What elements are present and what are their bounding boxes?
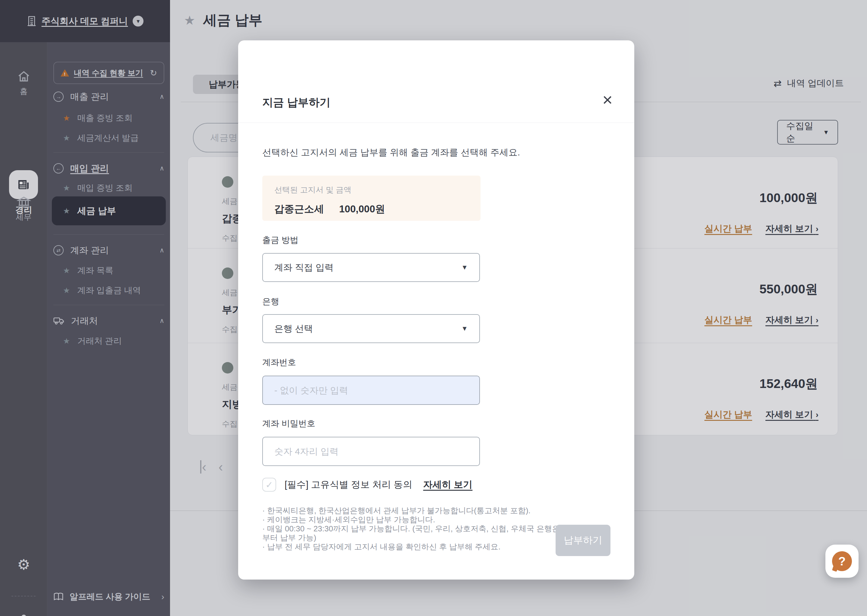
bank-label: 은행 xyxy=(262,296,279,307)
note-line: 케이뱅크는 지방세·세외수입만 납부 가능합니다. xyxy=(262,515,588,524)
pay-now-modal: 지금 납부하기 × 선택하신 고지서의 세금 납부를 위해 출금 계좌를 선택해… xyxy=(238,40,634,580)
account-password-box xyxy=(262,437,480,466)
selected-tax-amount: 100,000원 xyxy=(339,203,385,216)
close-icon[interactable]: × xyxy=(602,91,613,108)
consent-detail-link[interactable]: 자세히 보기 xyxy=(423,478,473,491)
account-number-input[interactable] xyxy=(263,376,479,404)
note-line: 한국씨티은행, 한국산업은행에서 관세 납부가 불가능합니다(통고처분 포함). xyxy=(262,506,588,515)
check-icon: ✓ xyxy=(265,479,273,490)
withdraw-method-select[interactable]: 계좌 직접 입력 ▼ xyxy=(262,253,480,282)
selected-notice-box: 선택된 고지서 및 금액 갑종근소세 100,000원 xyxy=(262,176,481,221)
consent-checkbox[interactable]: ✓ xyxy=(262,478,276,492)
bank-select[interactable]: 은행 선택 ▼ xyxy=(262,314,480,343)
selected-tax-name: 갑종근소세 xyxy=(274,203,324,216)
question-bubble-icon: ? xyxy=(832,551,852,571)
modal-header-divider xyxy=(238,123,634,123)
modal-title: 지금 납부하기 xyxy=(262,95,330,110)
account-password-label: 계좌 비밀번호 xyxy=(262,418,315,429)
note-line: 매일 00:30 ~ 23:30까지 납부 가능합니다. (국민, 우리, 상호… xyxy=(262,524,588,542)
help-button[interactable]: ? xyxy=(825,545,859,578)
note-line: 납부 전 세무 담당자에게 고지서 내용을 확인하신 후 납부해 주세요. xyxy=(262,542,588,551)
triangle-down-icon: ▼ xyxy=(461,264,468,272)
selected-notice-label: 선택된 고지서 및 금액 xyxy=(274,185,468,195)
submit-payment-button[interactable]: 납부하기 xyxy=(556,525,610,556)
withdraw-method-label: 출금 방법 xyxy=(262,234,298,246)
consent-row: ✓ [필수] 고유식별 정보 처리 동의 자세히 보기 xyxy=(262,478,472,492)
account-number-box xyxy=(262,376,480,405)
triangle-down-icon: ▼ xyxy=(461,325,468,333)
payment-notes: 한국씨티은행, 한국산업은행에서 관세 납부가 불가능합니다(통고처분 포함).… xyxy=(262,506,588,551)
consent-label: [필수] 고유식별 정보 처리 동의 xyxy=(285,478,412,491)
modal-description: 선택하신 고지서의 세금 납부를 위해 출금 계좌를 선택해 주세요. xyxy=(262,146,520,159)
account-password-input[interactable] xyxy=(263,437,479,465)
account-number-label: 계좌번호 xyxy=(262,357,296,368)
app-screen: 주식회사 데모 컴퍼니 ▾ 홈 xyxy=(0,0,867,616)
